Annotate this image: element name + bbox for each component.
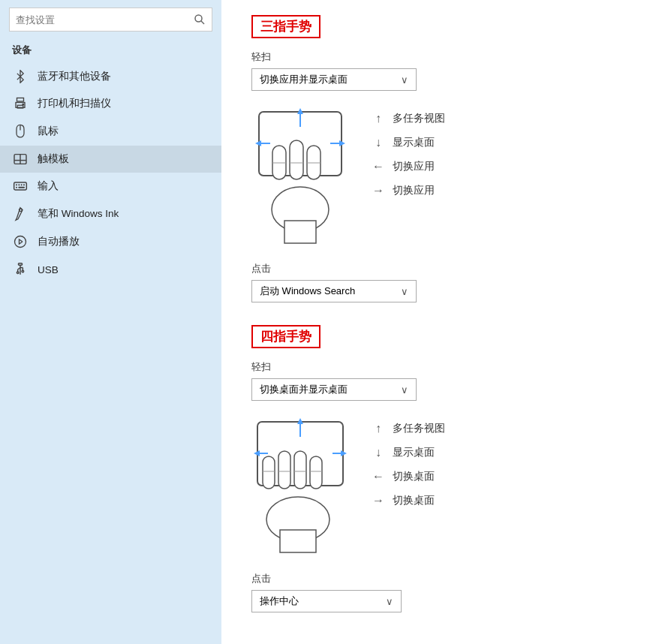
- sidebar-item-pen[interactable]: 笔和 Windows Ink: [0, 200, 221, 228]
- svg-line-1: [201, 21, 204, 24]
- direction-label: 切换应用: [393, 184, 435, 197]
- four-finger-title: 四指手势: [251, 325, 320, 348]
- svg-point-26: [17, 272, 19, 274]
- three-finger-swipe-value: 切换应用并显示桌面: [260, 73, 348, 86]
- sidebar-section-title: 设备: [0, 39, 221, 63]
- three-finger-section: 三指手势 轻扫 切换应用并显示桌面 ∨: [251, 15, 623, 302]
- sidebar-item-mouse[interactable]: 鼠标: [0, 117, 221, 146]
- left-arrow-icon: ←: [372, 470, 385, 483]
- sidebar-item-printer[interactable]: 打印机和扫描仪: [0, 90, 221, 117]
- sidebar-item-label: 鼠标: [38, 125, 59, 138]
- three-finger-gesture-area: ↑ 多任务视图 ↓ 显示桌面 ← 切换应用 → 切换应用: [251, 104, 623, 247]
- three-finger-svg: [251, 104, 349, 247]
- svg-point-25: [22, 270, 24, 272]
- up-arrow-icon: ↑: [372, 422, 385, 435]
- direction-item: → 切换桌面: [372, 494, 445, 507]
- svg-rect-51: [278, 451, 290, 489]
- sidebar-item-autoplay[interactable]: 自动播放: [0, 228, 221, 255]
- svg-point-18: [15, 236, 26, 248]
- keyboard-icon: [12, 181, 29, 191]
- chevron-down-icon: ∨: [401, 384, 408, 396]
- three-finger-tap-value: 启动 Windows Search: [260, 284, 355, 298]
- svg-rect-38: [284, 221, 316, 243]
- direction-item: ↑ 多任务视图: [372, 422, 445, 435]
- touchpad-icon: [12, 153, 29, 165]
- svg-rect-4: [17, 105, 23, 108]
- direction-item: ← 切换桌面: [372, 470, 445, 483]
- direction-label: 多任务视图: [393, 112, 445, 125]
- direction-item: → 切换应用: [372, 184, 445, 197]
- sidebar-item-label: USB: [38, 264, 59, 275]
- sidebar-item-input[interactable]: 输入: [0, 173, 221, 200]
- bluetooth-icon: [12, 70, 29, 83]
- mouse-icon: [12, 124, 29, 139]
- direction-label: 切换桌面: [393, 470, 435, 483]
- three-finger-directions: ↑ 多任务视图 ↓ 显示桌面 ← 切换应用 → 切换应用: [372, 104, 445, 197]
- right-arrow-icon: →: [372, 494, 385, 507]
- direction-item: ↓ 显示桌面: [372, 446, 445, 459]
- sidebar-item-label: 触模板: [38, 152, 69, 166]
- usb-icon: [12, 262, 29, 277]
- direction-item: ↑ 多任务视图: [372, 112, 445, 125]
- four-finger-gesture-area: ↑ 多任务视图 ↓ 显示桌面 ← 切换桌面 → 切换桌面: [251, 414, 623, 557]
- svg-rect-52: [294, 451, 306, 489]
- sidebar-item-label: 输入: [38, 179, 59, 193]
- three-finger-title: 三指手势: [251, 15, 320, 38]
- direction-item: ← 切换应用: [372, 160, 445, 173]
- chevron-down-icon: ∨: [386, 596, 393, 607]
- search-input[interactable]: [16, 14, 194, 26]
- up-arrow-icon: ↑: [372, 112, 385, 125]
- down-arrow-icon: ↓: [372, 446, 385, 459]
- direction-label: 显示桌面: [393, 446, 435, 459]
- sidebar: 设备 蓝牙和其他设备 打印机和扫描仪 鼠标: [0, 0, 221, 644]
- svg-rect-55: [280, 530, 316, 552]
- svg-point-17: [20, 209, 23, 212]
- sidebar-item-touchpad[interactable]: 触模板: [0, 146, 221, 173]
- four-finger-tap-value: 操作中心: [260, 594, 299, 608]
- main-content: 三指手势 轻扫 切换应用并显示桌面 ∨: [221, 0, 653, 644]
- right-arrow-icon: →: [372, 184, 385, 197]
- svg-point-5: [23, 104, 24, 105]
- svg-rect-19: [19, 263, 23, 266]
- three-finger-diagram: [251, 104, 349, 247]
- search-icon: [194, 14, 206, 26]
- sidebar-item-label: 打印机和扫描仪: [38, 97, 111, 110]
- down-arrow-icon: ↓: [372, 136, 385, 149]
- direction-item: ↓ 显示桌面: [372, 136, 445, 149]
- svg-point-0: [195, 15, 202, 22]
- three-finger-swipe-dropdown[interactable]: 切换应用并显示桌面 ∨: [251, 68, 417, 91]
- svg-rect-2: [17, 98, 24, 102]
- four-finger-swipe-value: 切换桌面并显示桌面: [260, 383, 348, 396]
- svg-marker-47: [254, 450, 260, 456]
- four-finger-directions: ↑ 多任务视图 ↓ 显示桌面 ← 切换桌面 → 切换桌面: [372, 414, 445, 507]
- four-finger-svg: [251, 414, 349, 557]
- three-finger-tap-dropdown[interactable]: 启动 Windows Search ∨: [251, 280, 417, 302]
- left-arrow-icon: ←: [372, 160, 385, 173]
- sidebar-item-label: 笔和 Windows Ink: [38, 207, 119, 221]
- svg-rect-53: [310, 456, 322, 489]
- svg-rect-35: [290, 140, 303, 179]
- three-finger-tap-label: 点击: [251, 262, 623, 275]
- chevron-down-icon: ∨: [401, 286, 408, 297]
- four-finger-section: 四指手势 轻扫 切换桌面并显示桌面 ∨: [251, 325, 623, 612]
- direction-label: 多任务视图: [393, 422, 445, 435]
- direction-label: 切换桌面: [393, 494, 435, 507]
- sidebar-item-bluetooth[interactable]: 蓝牙和其他设备: [0, 63, 221, 90]
- sidebar-item-label: 蓝牙和其他设备: [38, 70, 111, 83]
- chevron-down-icon: ∨: [401, 74, 408, 86]
- svg-rect-50: [263, 456, 275, 489]
- sidebar-item-usb[interactable]: USB: [0, 255, 221, 284]
- printer-icon: [12, 97, 29, 110]
- sidebar-item-label: 自动播放: [38, 235, 80, 248]
- four-finger-swipe-dropdown[interactable]: 切换桌面并显示桌面 ∨: [251, 378, 417, 401]
- four-finger-tap-label: 点击: [251, 572, 623, 585]
- three-finger-swipe-label: 轻扫: [251, 50, 623, 64]
- direction-label: 切换应用: [393, 160, 435, 173]
- pen-icon: [12, 206, 29, 221]
- four-finger-tap-dropdown[interactable]: 操作中心 ∨: [251, 590, 402, 612]
- four-finger-swipe-label: 轻扫: [251, 360, 623, 374]
- search-bar[interactable]: [9, 8, 212, 32]
- autoplay-icon: [12, 235, 29, 248]
- four-finger-diagram: [251, 414, 349, 557]
- direction-label: 显示桌面: [393, 136, 435, 149]
